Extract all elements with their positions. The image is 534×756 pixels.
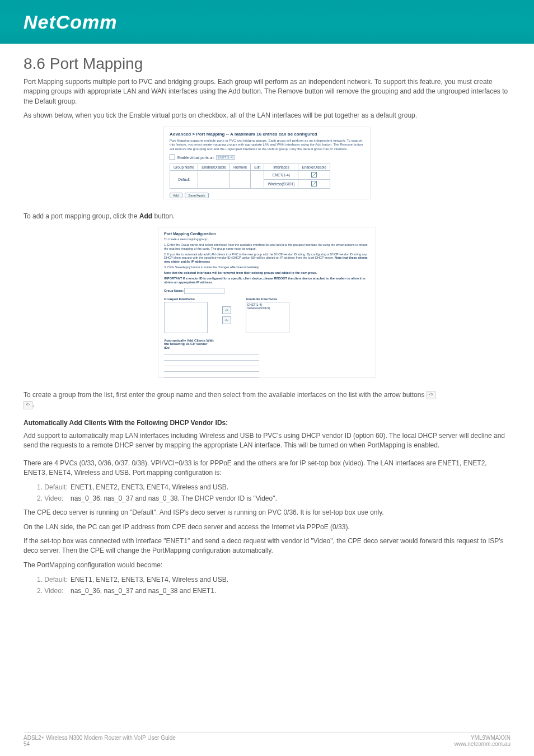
arrow-left-button[interactable]: <- [222,316,231,324]
footer-url: www.netcomm.com.au [454,741,510,747]
enable-virtual-ports-select[interactable]: ENET(1-4) [216,155,236,160]
shot-a-desc: Port Mapping supports multiple ports to … [170,139,364,152]
config-list-2: 1. Default:ENET1, ENET2, ENET3, ENET4, W… [24,575,510,596]
intro-paragraph-1: Port Mapping supports multiple port to P… [24,77,510,106]
footer-page-number: 54 [24,741,176,747]
shot-a-add-button[interactable]: Add [170,193,182,198]
shot-a-title: Advanced > Port Mapping -- A maximum 16 … [170,132,364,137]
become-paragraph: The PortMapping configuration would beco… [24,561,510,570]
grouped-interfaces-list[interactable] [164,302,208,333]
auto-add-paragraph: Add support to automatically map LAN int… [24,431,510,451]
pvc-paragraph: There are 4 PVCs (0/33, 0/36, 0/37, 0/38… [24,459,510,478]
header-band: NetComm [0,0,534,44]
arrow-right-icon: -> [427,391,435,399]
col-enable-disable-1: Enable/Disable [198,164,230,171]
screenshot-port-mapping-list: Advanced > Port Mapping -- A maximum 16 … [163,127,371,199]
cpe-paragraph: The CPE deco server is running on "Defau… [24,508,510,517]
create-group-period: . [32,400,34,408]
cell-if-wireless: Wireless(SSID1) [264,180,298,189]
col-group-name: Group Name [170,164,198,171]
arrow-right-button[interactable]: -> [222,306,231,314]
enable-virtual-ports-checkbox[interactable] [170,155,175,160]
footer-doc-id: YML9WMAXXN [454,735,510,741]
create-group-text: To create a group from the list, first e… [24,391,427,399]
shot-b-l3: 2. If you like to automatically add LAN … [164,253,370,264]
available-interfaces-list[interactable]: ENET(1-4) Wireless(SSID1) [246,302,289,333]
row-enable-checkbox-2[interactable] [311,181,317,186]
shot-b-important: IMPORTANT If a vendor ID is configured f… [164,277,370,284]
shot-b-title: Port Mapping Configuration [164,232,370,236]
screenshot-port-mapping-config: Port Mapping Configuration To create a n… [158,227,376,378]
create-group-line: To create a group from the list, first e… [24,390,510,410]
stb-paragraph: If the set-top box was connected with in… [24,536,510,556]
table-row: Default ENET(1-4) [170,171,330,180]
shot-b-l2: 1. Enter the Group name and select inter… [164,243,370,251]
group-name-input[interactable] [184,288,224,294]
enable-virtual-ports-label: Enable virtual ports on [177,156,214,160]
shot-b-l1: To create a new mapping group: [164,237,370,241]
cell-group-default: Default [170,171,198,189]
col-edit: Edit [251,164,264,171]
list-item[interactable]: Wireless(SSID1) [247,306,288,310]
auto-add-heading: Automatically Add Clients With the Follo… [24,419,510,427]
port-mapping-table: Group Name Enable/Disable Remove Edit In… [170,164,330,189]
footer-product: ADSL2+ Wireless N300 Modem Router with V… [24,735,176,741]
col-interfaces: Interfaces [264,164,298,171]
shot-a-save-button[interactable]: Save/Apply [185,193,208,198]
group-name-label: Group Name: [164,289,184,292]
row-enable-checkbox-1[interactable] [311,172,317,178]
config-list-1: 1. Default:ENET1, ENET2, ENET3, ENET4, W… [24,482,510,503]
shot-b-note: Note that the selected interfaces will b… [164,271,370,275]
vendor-ids-label: Automatically Add Clients With the follo… [164,339,214,350]
brand-logo: NetComm [24,11,118,33]
available-interfaces-label: Available Interfaces [246,297,289,301]
arrow-left-icon: <- [24,401,32,409]
add-instruction: To add a port mapping group, click the A… [24,212,510,221]
shot-b-l4: 3. Click Save/Apply button to make the c… [164,265,370,269]
col-enable-disable-2: Enable/Disable [298,164,330,171]
page-footer: ADSL2+ Wireless N300 Modem Router with V… [24,732,510,747]
list-item: 2. Video:nas_0_36, nas_0_37 and nas_0_38… [24,493,510,503]
list-item: 2. Video:nas_0_36, nas_0_37 and nas_0_38… [24,586,510,596]
add-instruction-pre: To add a port mapping group, click the [24,212,139,220]
add-button-ref: Add [139,212,152,220]
list-item: 1. Default:ENET1, ENET2, ENET3, ENET4, W… [24,575,510,585]
add-instruction-post: button. [152,212,175,220]
grouped-interfaces-label: Grouped Interfaces [164,297,208,301]
vendor-ids-inputs[interactable] [164,349,370,377]
list-item: 1. Default:ENET1, ENET2, ENET3, ENET4, W… [24,482,510,492]
lan-paragraph: On the LAN side, the PC can get IP addre… [24,522,510,532]
col-remove: Remove [229,164,250,171]
cell-if-enet: ENET(1-4) [264,171,298,180]
intro-paragraph-2: As shown below, when you tick the Enable… [24,111,510,120]
page-title: 8.6 Port Mapping [24,55,510,73]
